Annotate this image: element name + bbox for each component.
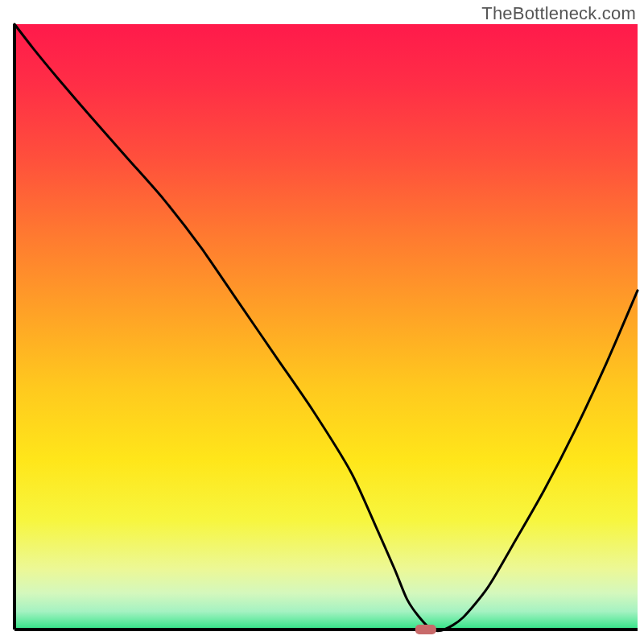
bottleneck-chart: TheBottleneck.com [0,0,644,644]
watermark-text: TheBottleneck.com [481,3,636,24]
chart-svg [0,0,644,644]
optimum-marker [415,625,436,634]
plot-background [14,24,638,630]
